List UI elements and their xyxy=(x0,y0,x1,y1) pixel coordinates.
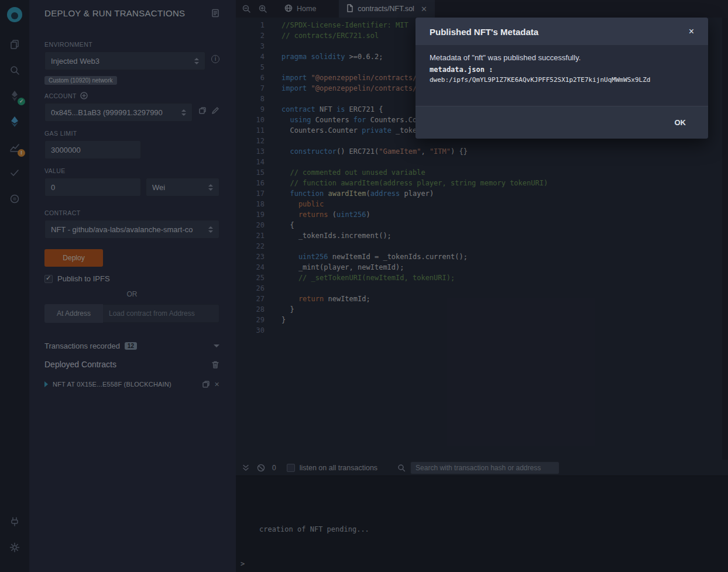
modal-close-icon[interactable]: × xyxy=(689,27,694,36)
modal-header: Published NFT's Metadata × xyxy=(415,18,708,45)
ok-button[interactable]: OK xyxy=(669,115,692,130)
modal-ipfs-uri: dweb:/ipfs/QmYL9P1Z7KE6AQvKJPFF52SX1p2TE… xyxy=(430,76,694,84)
remix-ide-screen: ✓ ! DEPLOY & RUN TRANSACTIONS xyxy=(0,0,728,572)
published-metadata-modal: Published NFT's Metadata × Metadata of "… xyxy=(415,18,708,139)
modal-body: Metadata of "nft" was published successf… xyxy=(415,45,708,106)
modal-title: Published NFT's Metadata xyxy=(430,27,538,37)
modal-file-line: metadata.json : xyxy=(430,66,694,74)
modal-footer: OK xyxy=(415,106,708,139)
modal-message: Metadata of "nft" was published successf… xyxy=(430,53,694,62)
